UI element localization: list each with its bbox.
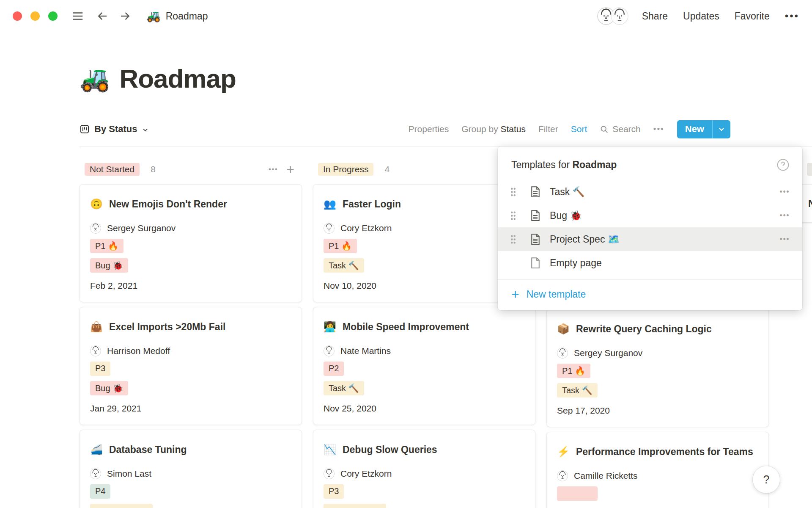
zoom-window-button[interactable] [48,11,58,21]
sidebar-menu-icon[interactable] [70,10,85,22]
drag-handle-icon[interactable] [510,186,519,198]
plus-icon: + [511,288,519,300]
help-button[interactable]: ? [753,466,780,493]
template-row[interactable]: Project Spec 🗺️••• [498,227,802,251]
close-window-button[interactable] [13,11,22,21]
board-card[interactable]: 📦Rewrite Query Caching LogicSergey Surga… [546,309,769,427]
assignee-name: Simon Last [107,469,151,479]
page-emoji[interactable]: 🚜 [80,66,110,91]
card-title: 👥Faster Login [324,196,525,212]
template-more-icon[interactable]: ••• [780,211,790,220]
traffic-lights [13,11,58,21]
sort-button[interactable]: Sort [571,124,587,134]
properties-button[interactable]: Properties [409,124,449,134]
forward-arrow-icon[interactable] [118,10,132,22]
more-options-icon[interactable]: ••• [785,10,799,22]
card-title: 🚄Database Tuning [90,442,291,457]
card-tag: P1 🔥 [324,239,357,253]
board-card[interactable]: ⚡Performance Improvements for TeamsCamil… [546,432,769,508]
card-tag-row: Task 🔨 [557,383,758,398]
board-column: Not Started8•••+🙃New Emojis Don't Render… [80,161,302,508]
person-avatar [324,345,335,356]
new-template-button[interactable]: + New template [498,280,802,306]
view-more-options-icon[interactable]: ••• [653,124,664,134]
card-tag-row: Bug 🐞 [90,258,291,273]
card-title: 👩‍💻Mobile Speed Improvement [324,319,525,334]
drag-handle-icon[interactable] [510,210,519,221]
column-status-badge[interactable]: In Progress [318,163,373,176]
card-tag: P1 🔥 [90,239,123,253]
card-assignee: Nate Martins [324,345,525,356]
card-title-text: Database Tuning [109,444,187,455]
board-card[interactable]: 👜Excel Imports >20Mb FailHarrison Medoff… [80,307,302,425]
page-title[interactable]: Roadmap [119,64,236,94]
card-assignee: Sergey Surganov [557,348,758,359]
card-date: Feb 2, 2021 [90,281,291,291]
favorite-button[interactable]: Favorite [735,11,770,22]
column-status-badge[interactable]: Ide [807,163,812,176]
column-count: 8 [151,164,156,174]
column-add-icon[interactable]: + [286,164,294,175]
card-tag [324,504,386,508]
assignee-name: Sergey Surganov [574,348,642,358]
card-title-text: Debug Slow Queries [343,444,437,455]
help-circle-icon[interactable] [776,158,790,171]
board-view-icon [80,124,90,134]
card-tag: Task 🔨 [557,383,598,398]
board-card[interactable]: 📉Debug Slow QueriesCory EtzkornP3 [313,430,535,508]
card-assignee: Harrison Medoff [90,345,291,356]
group-by-button[interactable]: Group by Status [461,124,526,134]
share-button[interactable]: Share [642,11,668,22]
template-more-icon[interactable]: ••• [780,235,790,244]
window-titlebar: 🚜 Roadmap Share Updates Favorite ••• [0,0,812,32]
card-emoji-icon: 👩‍💻 [324,321,336,332]
minimize-window-button[interactable] [30,11,40,21]
breadcrumb[interactable]: 🚜 Roadmap [146,9,208,23]
template-label: Project Spec 🗺️ [550,234,620,245]
card-assignee: Simon Last [90,468,291,479]
card-tag: Task 🔨 [324,381,364,395]
card-title: 🙃New Emojis Don't Render [90,196,291,212]
back-arrow-icon[interactable] [96,10,109,22]
page-header: 🚜 Roadmap [80,64,236,94]
document-icon [529,209,542,222]
assignee-name: Sergey Surganov [107,223,176,233]
card-title: 📦Rewrite Query Caching Logic [557,321,758,337]
chevron-down-icon [718,125,725,133]
new-button-dropdown[interactable] [712,120,730,138]
card-tag-row: P3 [324,484,525,499]
card-tag-row: P1 🔥 [557,364,758,378]
template-row[interactable]: Bug 🐞••• [498,204,802,227]
board-card[interactable]: 👩‍💻Mobile Speed ImprovementNate MartinsP… [313,307,535,425]
search-button[interactable]: Search [600,124,641,134]
card-tag-row: Task 🔨 [324,381,525,395]
card-title-text: Rewrite Query Caching Logic [576,323,712,334]
template-row-list: Task 🔨•••Bug 🐞•••Project Spec 🗺️•••Empty… [498,180,802,275]
card-emoji-icon: 🙃 [90,198,103,210]
help-label: ? [763,473,769,486]
breadcrumb-emoji: 🚜 [146,9,161,23]
card-tag: Bug 🐞 [90,381,128,395]
template-more-icon[interactable]: ••• [780,188,790,196]
board-card[interactable]: 🚄Database TuningSimon LastP4 [80,430,302,508]
collaborator-avatars[interactable] [597,7,628,25]
card-tag-row [557,486,758,502]
drag-handle-icon[interactable] [510,234,519,245]
card-tag-row: P3 [90,362,291,376]
template-row[interactable]: Task 🔨••• [498,180,802,204]
updates-button[interactable]: Updates [683,11,719,22]
person-avatar [90,223,101,234]
template-row[interactable]: Empty page [498,251,802,275]
column-more-icon[interactable]: ••• [269,165,278,174]
card-title-text: Excel Imports >20Mb Fail [109,321,225,332]
new-button[interactable]: New [677,120,712,138]
notion-app-window: 🚜 Roadmap Share Updates Favorite ••• 🚜 R… [0,0,812,508]
card-tag-row: Bug 🐞 [90,381,291,395]
board-card[interactable]: 🙃New Emojis Don't RenderSergey SurganovP… [80,184,302,302]
card-tag [557,486,598,501]
assignee-name: Cory Etzkorn [340,223,392,233]
filter-button[interactable]: Filter [538,124,558,134]
card-emoji-icon: 🚄 [90,444,103,455]
column-status-badge[interactable]: Not Started [85,163,140,176]
view-switcher[interactable]: By Status [80,124,149,135]
